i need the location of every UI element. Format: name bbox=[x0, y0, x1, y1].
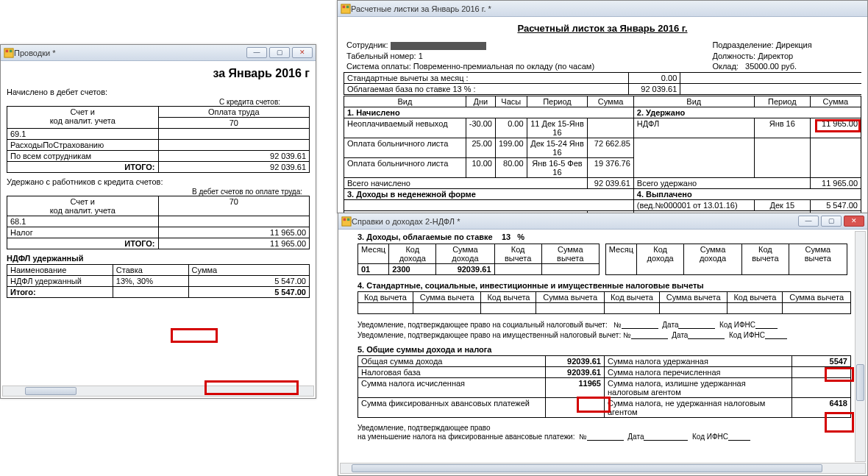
notif-social: Уведомление, подтверждающее право на соц… bbox=[357, 321, 608, 329]
hdr: Сумма вычета bbox=[783, 292, 851, 303]
val-position: Директор bbox=[758, 51, 793, 60]
svg-rect-7 bbox=[344, 218, 346, 221]
hdr-dni: Дни bbox=[466, 96, 495, 107]
horizontal-scrollbar[interactable] bbox=[340, 463, 866, 474]
cell: Сумма налога исчисленная bbox=[358, 378, 546, 398]
sec2: 2. Удержано bbox=[637, 108, 685, 117]
debit-table: Счет и код аналит. учета Оплата труда 70… bbox=[7, 106, 310, 173]
provodki-titlebar[interactable]: Проводки * — ▢ ✕ bbox=[1, 45, 316, 61]
maximize-button[interactable]: ▢ bbox=[269, 47, 290, 58]
table-row: Оплата больничного листа 25.00 199.00 Де… bbox=[344, 138, 861, 157]
cell: НДФЛ bbox=[633, 118, 754, 138]
table-row: НДФЛ удержанный 13%, 30% 5 547.00 bbox=[7, 276, 310, 287]
table-row: По всем сотрудникам92 039.61 bbox=[7, 151, 310, 162]
lbl-employee: Сотрудник: bbox=[346, 40, 388, 49]
held-label: Удержано с работников с кредита счетов: bbox=[7, 177, 310, 186]
cell: Янв 16 bbox=[754, 118, 810, 138]
cell: 68.1 bbox=[7, 216, 159, 227]
cell bbox=[588, 118, 633, 138]
ndfl-window: Справки о доходах 2-НДФЛ * — ▢ ✕ 3. Дохо… bbox=[338, 213, 868, 476]
svg-rect-8 bbox=[347, 218, 350, 221]
minimize-button[interactable]: — bbox=[798, 216, 819, 227]
val-taxbase: 92 039.61 bbox=[641, 85, 677, 93]
cell: 0.00 bbox=[495, 118, 527, 138]
lbl-division: Подразделение: bbox=[712, 40, 773, 49]
cell-tax-held: 5547 bbox=[791, 356, 850, 367]
table-row: Неоплачиваемый невыход -30.00 0.00 11 Де… bbox=[344, 118, 861, 138]
table-row: 01 2300 92039.61 bbox=[358, 264, 600, 275]
hdr-code-ded: Код вычета bbox=[494, 244, 541, 264]
sec3: 3. Доходы в неденежной форме bbox=[347, 190, 476, 199]
svg-rect-1 bbox=[343, 5, 346, 8]
cell: 19 376.76 bbox=[588, 157, 633, 177]
table-row: Итого: 5 547.00 bbox=[7, 287, 310, 298]
cell-ndfl-held: 5 547.00 bbox=[188, 276, 309, 287]
close-button[interactable]: ✕ bbox=[844, 216, 864, 227]
hdr-code-ded: Код вычета bbox=[741, 244, 789, 275]
hdr-vid2: Вид bbox=[633, 96, 754, 107]
val-tabnum: 1 bbox=[419, 51, 423, 60]
cell: 92039.61 bbox=[545, 367, 604, 378]
lbl-stdded: Стандартные вычеты за месяц : bbox=[347, 74, 469, 82]
notif-property: Уведомление, подтверждающее право на иму… bbox=[357, 331, 621, 339]
cell: ИТОГО: bbox=[7, 238, 159, 249]
hdr: Сумма вычета bbox=[659, 292, 728, 303]
cell: Янв 16-5 Фев 16 bbox=[527, 157, 588, 177]
cell-tax: 11 965.00 bbox=[158, 227, 310, 238]
hdr: Сумма вычета bbox=[413, 292, 481, 303]
table-row: Общая сумма дохода 92039.61 Сумма налога… bbox=[358, 356, 851, 367]
cell: Оплата больничного листа bbox=[344, 138, 466, 157]
credit-table: Счет и код аналит. учета 70 68.1 Налог11… bbox=[7, 196, 310, 249]
hdr-code-income: Код дохода bbox=[636, 244, 683, 275]
svg-rect-2 bbox=[346, 5, 349, 8]
table-row: Налог11 965.00 bbox=[7, 227, 310, 238]
cell: Всего начислено bbox=[344, 177, 588, 188]
lbl-position: Должность: bbox=[712, 51, 755, 60]
ndfl-titlebar[interactable]: Справки о доходах 2-НДФЛ * — ▢ ✕ bbox=[338, 213, 867, 230]
vertical-scrollbar[interactable] bbox=[855, 231, 866, 462]
cell-tax-notheld: 6418 bbox=[791, 398, 850, 418]
payslip-titlebar[interactable]: Расчетные листки за Январь 2016 г. * bbox=[338, 1, 867, 17]
val-paysys: Повременно-премиальная по окладу (по час… bbox=[413, 62, 594, 71]
cell: НДФЛ удержанный bbox=[7, 276, 113, 287]
cell: 11 Дек 15-Янв 16 bbox=[527, 118, 588, 138]
cell: 199.00 bbox=[495, 138, 527, 157]
cell: Налоговая база bbox=[358, 367, 546, 378]
hdr-period2: Период bbox=[754, 96, 810, 107]
table-row: ИТОГО:92 039.61 bbox=[7, 162, 310, 173]
cell: 01 bbox=[358, 264, 389, 275]
income-table-left: Месяц Код дохода Сумма дохода Код вычета… bbox=[357, 244, 600, 275]
ndfl-header: НДФЛ удержанный bbox=[7, 254, 310, 263]
cell: 13%, 30% bbox=[113, 276, 188, 287]
col-account: Счет и код аналит. учета bbox=[7, 107, 159, 129]
table-row: ИТОГО:11 965.00 bbox=[7, 238, 310, 249]
cell: Дек 15-24 Янв 16 bbox=[527, 138, 588, 157]
col-sum: Сумма bbox=[188, 265, 309, 276]
cell: 69.1 bbox=[7, 129, 159, 140]
table-row: Всего начислено 92 039.61 Всего удержано… bbox=[344, 177, 861, 188]
hdr-summa2: Сумма bbox=[810, 96, 861, 107]
hdr-period: Период bbox=[527, 96, 588, 107]
cell: По всем сотрудникам bbox=[7, 151, 159, 162]
table-row: Сумма налога исчисленная 11965 Сумма нал… bbox=[358, 378, 851, 398]
minimize-button[interactable]: — bbox=[246, 47, 267, 58]
lbl-paysys: Система оплаты: bbox=[346, 62, 411, 71]
table-row: Налоговая база 92039.61 Сумма налога пер… bbox=[358, 367, 851, 378]
income-table-right: Месяц Код дохода Сумма дохода Код вычета… bbox=[605, 244, 847, 275]
close-button[interactable]: ✕ bbox=[292, 47, 313, 58]
table-row: РасходыПоСтрахованию bbox=[7, 140, 310, 151]
lbl-taxbase: Облагаемая база по ставке 13 % : bbox=[347, 85, 476, 93]
app-icon bbox=[341, 4, 351, 14]
cell-ndfl-sum: 11 965.00 bbox=[810, 118, 861, 138]
table-row: (вед.№000001 от 13.01.16) Дек 15 5 547.0… bbox=[344, 199, 861, 210]
col-rate: Ставка bbox=[113, 265, 188, 276]
cell: (вед.№000001 от 13.01.16) bbox=[633, 199, 754, 210]
val-salary: 35000.00 руб. bbox=[745, 62, 797, 71]
sec3-rate: 13 bbox=[502, 232, 511, 241]
horizontal-scrollbar[interactable] bbox=[2, 386, 314, 397]
totals-table: Общая сумма дохода 92039.61 Сумма налога… bbox=[357, 355, 851, 418]
hdr: Код вычета bbox=[358, 292, 413, 303]
hdr: Сумма вычета bbox=[536, 292, 605, 303]
maximize-button[interactable]: ▢ bbox=[821, 216, 842, 227]
cell: 25.00 bbox=[466, 138, 495, 157]
